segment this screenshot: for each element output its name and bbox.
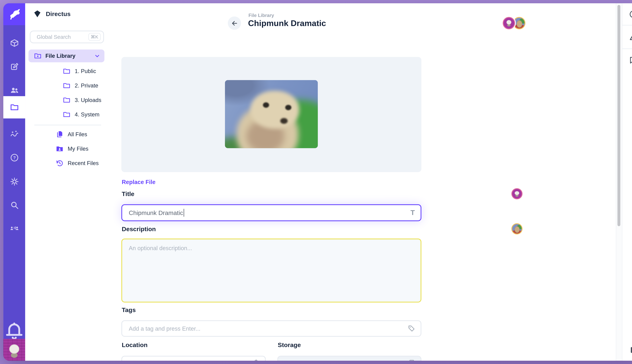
- content-scrollbar-thumb[interactable]: [618, 5, 620, 226]
- revisions-icon[interactable]: [622, 26, 632, 48]
- sidebar-item-label: File Library: [46, 53, 76, 59]
- notifications-bell-icon[interactable]: [3, 321, 25, 340]
- description-label: Description: [122, 225, 156, 232]
- tag-icon: [408, 325, 415, 332]
- directus-logo[interactable]: [3, 3, 25, 25]
- text-caret: [184, 209, 184, 217]
- global-search-input[interactable]: Global Search ⌘K: [30, 30, 104, 43]
- module-settings-icon[interactable]: [3, 170, 25, 193]
- navigation-sidebar: Directus Global Search ⌘K File Library 1…: [25, 3, 108, 361]
- image-eye-right: [285, 105, 291, 110]
- rabbit-logo-icon: [8, 8, 20, 20]
- module-file-library-icon[interactable]: [3, 96, 25, 118]
- history-icon: [56, 159, 64, 167]
- folder-icon: [63, 110, 70, 118]
- tags-input[interactable]: Add a tag and press Enter...: [121, 320, 422, 337]
- folder-label: 1. Public: [75, 68, 96, 74]
- location-label: Location: [122, 341, 148, 348]
- info-icon[interactable]: [622, 3, 632, 25]
- search-placeholder: Global Search: [37, 34, 88, 40]
- sidebar-folder-private[interactable]: 2. Private: [63, 82, 98, 90]
- sidebar-folder-uploads[interactable]: 3. Uploads: [63, 96, 101, 104]
- file-preview-panel[interactable]: [121, 57, 422, 172]
- avatar-face: [6, 342, 23, 360]
- sidebar-item-my-files[interactable]: My Files: [56, 145, 88, 153]
- desktop-background: ? Directus Global Search ⌘K F: [0, 0, 632, 364]
- content-scrollbar-track[interactable]: [616, 3, 622, 361]
- file-image-chipmunk: [225, 80, 318, 148]
- project-name: Directus: [46, 10, 70, 18]
- copy-files-icon: [56, 130, 64, 138]
- module-help-icon[interactable]: ?: [3, 146, 25, 169]
- main-content: File Library Chipmunk Dramatic: [108, 3, 617, 361]
- sidebar-folder-public[interactable]: 1. Public: [63, 67, 96, 75]
- sidebar-folder-system[interactable]: 4. System: [63, 110, 100, 118]
- field-editor-avatar-title: [512, 188, 522, 199]
- module-content-icon[interactable]: [3, 32, 25, 54]
- field-editor-avatar-description: [512, 223, 522, 234]
- link-label: All Files: [68, 131, 87, 138]
- chevron-down-icon[interactable]: [94, 53, 100, 59]
- link-label: My Files: [68, 146, 88, 152]
- storage-box-icon: [408, 359, 415, 361]
- module-editor-icon[interactable]: [3, 56, 25, 78]
- sidebar-item-recent-files[interactable]: Recent Files: [56, 159, 99, 167]
- description-textarea[interactable]: [121, 238, 422, 302]
- link-label: Recent Files: [68, 160, 99, 166]
- tags-label: Tags: [122, 306, 136, 313]
- location-input[interactable]: [121, 356, 266, 361]
- svg-text:?: ?: [13, 155, 16, 160]
- breadcrumb[interactable]: File Library: [248, 13, 274, 18]
- replace-file-link[interactable]: Replace File: [122, 179, 156, 185]
- project-logo-icon: [33, 10, 41, 18]
- image-head: [250, 91, 299, 129]
- folder-icon: [63, 67, 70, 75]
- activity-clipboard-icon[interactable]: [622, 339, 632, 361]
- sidebar-divider: [622, 25, 632, 26]
- folder-label: 2. Private: [75, 82, 98, 89]
- image-nose: [280, 118, 288, 124]
- folder-label: 3. Uploads: [75, 97, 101, 103]
- project-header[interactable]: Directus: [33, 10, 70, 18]
- avatar-face: [504, 19, 513, 28]
- storage-input: [277, 356, 422, 361]
- back-button[interactable]: [228, 16, 241, 30]
- avatar-face: [513, 190, 521, 198]
- folder-star-icon: [34, 52, 42, 60]
- image-eye-left: [263, 102, 269, 108]
- sidebar-item-all-files[interactable]: All Files: [56, 130, 87, 138]
- presence-avatar-user[interactable]: [503, 17, 515, 29]
- tags-placeholder: Add a tag and press Enter...: [129, 325, 408, 332]
- title-label: Title: [122, 190, 134, 197]
- module-search-icon[interactable]: [3, 194, 25, 216]
- title-input-value: Chipmunk Dramatic: [129, 209, 183, 216]
- current-user-avatar[interactable]: [3, 339, 25, 361]
- module-insights-icon[interactable]: [3, 123, 25, 145]
- page-title: Chipmunk Dramatic: [248, 18, 326, 28]
- sidebar-divider: [34, 124, 101, 126]
- search-shortcut-badge: ⌘K: [88, 33, 101, 41]
- module-bar: ?: [3, 3, 25, 361]
- folder-person-icon: [56, 145, 64, 153]
- folder-label: 4. System: [75, 112, 100, 118]
- app-window: ? Directus Global Search ⌘K F: [3, 3, 632, 361]
- comments-icon[interactable]: [622, 49, 632, 71]
- folder-icon: [63, 82, 70, 90]
- location-icon: [252, 359, 260, 361]
- title-input[interactable]: Chipmunk Dramatic T: [121, 204, 422, 221]
- folder-icon: [63, 96, 70, 104]
- arrow-left-icon: [231, 20, 238, 27]
- sidebar-item-file-library[interactable]: File Library: [28, 50, 104, 62]
- module-community-icon[interactable]: [3, 218, 25, 240]
- title-formatter-icon[interactable]: T: [410, 209, 415, 217]
- right-sidebar: 1: [622, 3, 632, 361]
- storage-label: Storage: [278, 341, 301, 348]
